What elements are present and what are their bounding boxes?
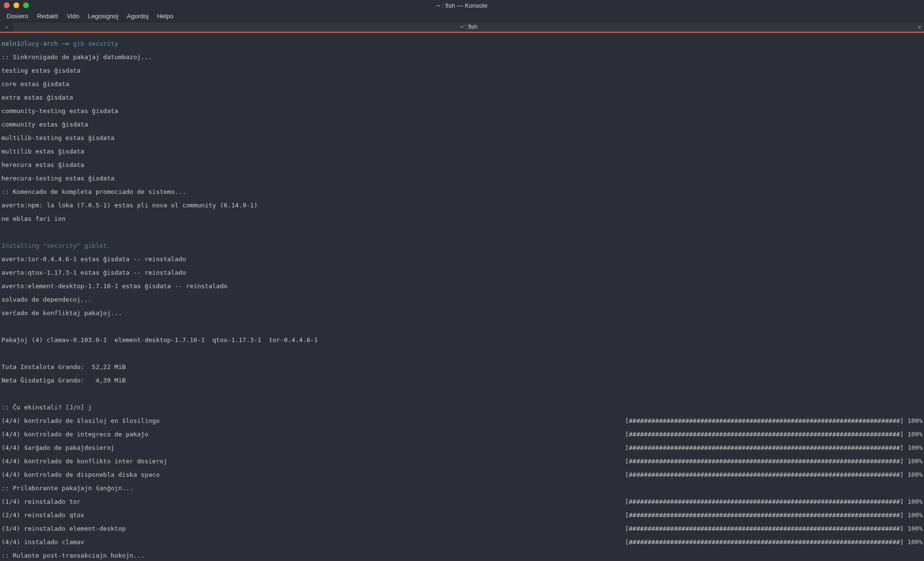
output-line: ne eblas fari ion	[1, 216, 923, 222]
terminal[interactable]: naln1@lucy-arch ~> gib security :: Sinkr…	[0, 33, 924, 561]
window-close-button[interactable]	[4, 2, 10, 8]
output-line: :: Komencado de kompleta promociado de s…	[1, 189, 923, 195]
output-line: core estas ĝisdata	[1, 81, 923, 88]
prompt-host: lucy-arch	[24, 40, 58, 47]
giblet-install-header: Installing "security" giblet.	[1, 242, 923, 249]
progress-label: (4/4) kontrolado de integreco de pakaĵo	[1, 431, 148, 438]
progress-label: (3/4) reinstalado element-desktop	[1, 525, 126, 532]
menu-helpo[interactable]: Helpo	[153, 12, 177, 21]
tab-fish[interactable]: ~ : fish ×	[13, 22, 924, 32]
net-size-line: Neta Ĝisdatiga Grando: 4,39 MiB	[1, 377, 923, 384]
progress-label: (4/4) instalado clamav	[1, 539, 84, 546]
progress-line: (4/4) instalado clamav[#################…	[1, 539, 923, 546]
window-title: ~ : fish — Konsole	[436, 2, 488, 9]
window-maximize-button[interactable]	[23, 2, 29, 8]
progress-line: (4/4) kontrolado de integreco de pakaĵo[…	[1, 431, 923, 438]
prompt-user: naln1	[1, 40, 20, 47]
menu-redakti[interactable]: Redakti	[33, 12, 62, 21]
progress-bar: [#######################################…	[625, 498, 923, 505]
new-tab-button[interactable]: ▾	[0, 22, 13, 32]
prompt-at: @	[20, 40, 24, 47]
output-line: herecura estas ĝisdata	[1, 162, 923, 168]
prompt-line: naln1@lucy-arch ~> gib security	[1, 40, 923, 47]
progress-line: (2/4) reinstalado qtox[#################…	[1, 512, 923, 519]
progress-line: (4/4) ŝarĝado de pakaĵdosieroj[#########…	[1, 445, 923, 451]
menu-agordoj[interactable]: Agordoj	[123, 12, 153, 21]
output-line: solvado de dependecoj...	[1, 296, 923, 303]
output-line: :: Sinkronigado de pakaĵaj datumbazoj...	[1, 54, 923, 61]
progress-line: (4/4) kontrolado de disponebla diska spa…	[1, 472, 923, 478]
menu-vido[interactable]: Vido	[63, 12, 83, 21]
progress-line: (1/4) reinstalado tor[##################…	[1, 498, 923, 505]
total-size-line: Tuta Instalota Grando: 52,22 MiB	[1, 364, 923, 370]
output-line: averto:element-desktop-1.7.16-1 estas ĝi…	[1, 283, 923, 290]
prompt-sep: ~>	[58, 40, 73, 47]
output-line: multilib estas ĝisdata	[1, 148, 923, 155]
output-line: community-testing estas ĝisdata	[1, 108, 923, 115]
output-line	[1, 323, 923, 330]
progress-bar: [#######################################…	[625, 472, 923, 478]
output-line: :: Prilaborante pakaĵajn ŝanĝojn...	[1, 485, 923, 492]
progress-line: (4/4) kontrolado de ŝlosiloj en ŝlosilin…	[1, 418, 923, 424]
proceed-prompt: :: Ĉu ekinstali? [J/n] j	[1, 404, 923, 411]
progress-bar: [#######################################…	[625, 418, 923, 424]
output-line: multilib-testing estas ĝisdata	[1, 135, 923, 141]
progress-label: (1/4) reinstalado tor	[1, 498, 80, 505]
packages-line: Pakaĵoj (4) clamav-0.103.0-1 element-des…	[1, 337, 923, 344]
progress-bar: [#######################################…	[625, 445, 923, 451]
output-line: extra estas ĝisdata	[1, 94, 923, 101]
tabbar: ▾ ~ : fish ×	[0, 22, 924, 33]
tab-label: ~ : fish	[460, 24, 477, 30]
tab-close-button[interactable]: ×	[917, 24, 921, 31]
output-line: averto:npm: la loka (7.0.5-1) estas pli …	[1, 202, 923, 209]
output-line: testing estas ĝisdata	[1, 67, 923, 74]
output-line: herecura-testing estas ĝisdata	[1, 175, 923, 182]
window-minimize-button[interactable]	[13, 2, 19, 8]
menubar: Dosiero Redakti Vido Legosignoj Agordoj …	[0, 11, 924, 22]
progress-bar: [#######################################…	[625, 512, 923, 519]
output-line: averto:tor-0.4.4.6-1 estas ĝisdata -- re…	[1, 256, 923, 263]
progress-label: (4/4) kontrolado de ŝlosiloj en ŝlosilin…	[1, 418, 160, 424]
progress-bar: [#######################################…	[625, 525, 923, 532]
menu-legosignoj[interactable]: Legosignoj	[84, 12, 122, 21]
traffic-lights	[4, 2, 29, 8]
progress-label: (4/4) ŝarĝado de pakaĵdosieroj	[1, 445, 115, 451]
titlebar: ~ : fish — Konsole	[0, 0, 924, 11]
output-line: serĉado de konfliktaj pakaĵoj...	[1, 310, 923, 317]
command-gib: gib	[73, 40, 84, 47]
output-line: :: Rulante post-transakciajn hokojn...	[1, 552, 923, 559]
progress-bar: [#######################################…	[625, 458, 923, 465]
chevron-down-icon: ▾	[5, 25, 8, 30]
command-arg: security	[84, 40, 118, 47]
progress-bar: [#######################################…	[625, 431, 923, 438]
progress-label: (4/4) kontrolado de disponebla diska spa…	[1, 472, 160, 478]
progress-bar: [#######################################…	[625, 539, 923, 546]
progress-label: (4/4) kontrolado de konflikto inter dosi…	[1, 458, 167, 465]
output-line	[1, 391, 923, 397]
output-line	[1, 350, 923, 357]
menu-dosiero[interactable]: Dosiero	[3, 12, 32, 21]
progress-label: (2/4) reinstalado qtox	[1, 512, 84, 519]
output-line: averto:qtox-1.17.3-1 estas ĝisdata -- re…	[1, 269, 923, 276]
output-line: community estas ĝisdata	[1, 121, 923, 128]
progress-line: (4/4) kontrolado de konflikto inter dosi…	[1, 458, 923, 465]
output-line	[1, 229, 923, 236]
progress-line: (3/4) reinstalado element-desktop[######…	[1, 525, 923, 532]
